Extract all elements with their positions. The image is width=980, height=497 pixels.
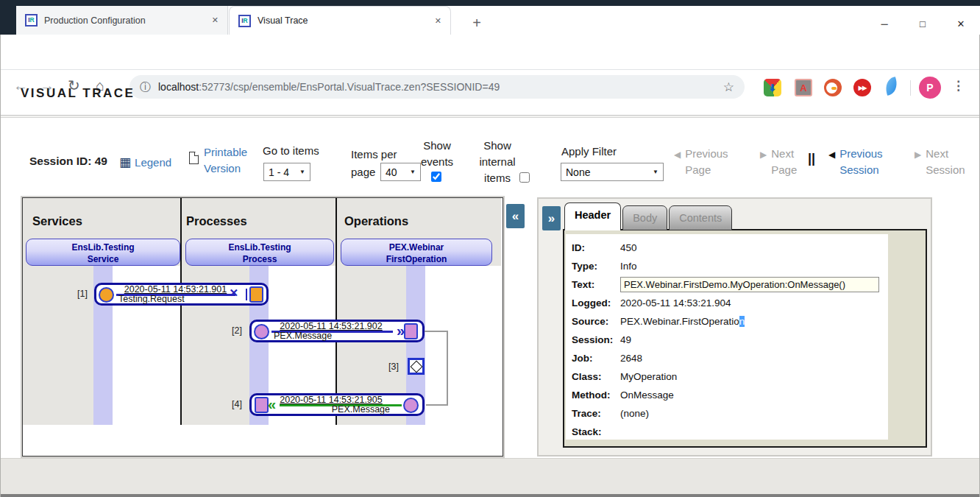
message-time-link[interactable]: 2020-05-11 14:53:21.905 — [272, 395, 390, 405]
window-border-bottom — [0, 494, 980, 497]
previous-session-button[interactable]: ◀ PreviousSession — [828, 146, 883, 178]
column-separator — [180, 198, 182, 425]
new-tab-button[interactable]: + — [466, 13, 487, 33]
event-3-marker[interactable] — [408, 358, 425, 375]
show-internal-checkbox[interactable] — [519, 172, 530, 183]
items-per-page-label: Items per — [351, 148, 397, 161]
show-events-checkbox[interactable] — [431, 172, 441, 182]
message-1[interactable]: ✕ 2020-05-11 14:53:21.901 Testing.Reques… — [94, 283, 269, 306]
field-row-method: Method: OnMessage — [572, 386, 885, 404]
left-triangle-icon: ◀ — [828, 149, 835, 178]
items-per-page-label2: page — [351, 166, 375, 178]
column-title-processes: Processes — [186, 214, 247, 228]
iris-favicon: IR — [25, 14, 38, 27]
legend-grid-icon: ▦ — [119, 155, 131, 169]
show-internal-label: Show internal items — [473, 138, 522, 186]
source-endpoint-icon — [254, 324, 269, 339]
trace-ribbon: Session ID: 49 ▦Legend Printable Version… — [0, 118, 980, 195]
right-triangle-icon: ▶ — [915, 149, 921, 178]
arrowhead-bar-icon — [246, 289, 248, 300]
window-frame-top — [0, 0, 980, 6]
message-name: Testing.Request — [118, 294, 185, 304]
goto-items-select[interactable]: 1 - 4▼ — [263, 163, 310, 181]
field-row-job: Job: 2648 — [572, 349, 885, 367]
field-row-type: Type: Info — [572, 257, 885, 275]
trace-diagram-panel: Services Processes Operations EnsLib.Tes… — [22, 197, 503, 457]
event-3-label: [3] — [388, 362, 399, 372]
tab-title: Production Configuration — [44, 15, 203, 26]
right-triangle-icon: ▶ — [760, 149, 767, 178]
message-4[interactable]: « 2020-05-11 14:53:21.905 PEX.Message — [249, 393, 425, 416]
message-4-label: [4] — [232, 399, 242, 409]
footer-strip — [0, 458, 980, 494]
tab-title: Visual Trace — [258, 15, 426, 26]
close-button[interactable]: ✕ — [942, 12, 980, 35]
lane-header-service: EnsLib.Testing Service — [26, 239, 180, 266]
adobe-acrobat-extension-icon[interactable]: A — [795, 79, 812, 96]
bookmark-star-icon[interactable]: ☆ — [723, 80, 734, 95]
video-speed-extension-icon[interactable]: ▶▶ — [853, 79, 871, 96]
session-id-label: Session ID: 49 — [29, 155, 107, 168]
message-name: PEX.Message — [274, 331, 332, 341]
field-row-text: Text: — [572, 275, 885, 294]
tab-close-icon[interactable]: ✕ — [203, 15, 227, 25]
tab-body[interactable]: Body — [622, 205, 667, 230]
message-2[interactable]: » 2020-05-11 14:53:21.902 PEX.Message — [249, 320, 425, 342]
browser-menu-icon[interactable]: ⋮ — [952, 78, 965, 94]
column-shade — [23, 266, 103, 425]
goto-items-label: Go to items — [263, 144, 319, 157]
url-text: localhost:52773/csp/ensemble/EnsPortal.V… — [158, 81, 500, 93]
target-endpoint-icon — [249, 286, 263, 303]
details-content-box: ID: 450 Type: Info Text: Logged: 2020-05… — [563, 229, 927, 448]
feather-extension-icon[interactable] — [883, 77, 899, 96]
next-page-button[interactable]: ▶ NextPage — [760, 146, 797, 178]
legend-link[interactable]: ▦Legend — [119, 155, 171, 170]
printable-version-link[interactable]: Printable Version — [204, 144, 247, 177]
message-name: PEX.Message — [332, 404, 390, 415]
tab-header[interactable]: Header — [564, 202, 621, 230]
text-field-input[interactable] — [620, 277, 879, 292]
left-triangle-icon: ◀ — [674, 149, 681, 178]
next-session-button[interactable]: ▶ NextSession — [915, 146, 965, 178]
column-title-operations: Operations — [344, 214, 408, 228]
select-arrow-icon: ▼ — [647, 169, 658, 175]
field-row-session: Session: 49 — [572, 331, 885, 349]
previous-page-button[interactable]: ◀ PreviousPage — [674, 146, 728, 178]
column-separator — [335, 198, 337, 425]
message-details-panel: » Header Body Contents ID: 450 Type: Inf… — [537, 197, 932, 457]
toolbar-separator — [910, 80, 911, 96]
collapse-panel-button[interactable]: « — [506, 204, 525, 228]
ribbon-divider: || — [808, 151, 815, 166]
field-row-stack: Stack: — [572, 423, 885, 441]
address-bar[interactable]: ⓘ localhost:52773/csp/ensemble/EnsPortal… — [129, 75, 745, 99]
page-info-icon[interactable]: ⓘ — [140, 80, 151, 94]
apply-filter-select[interactable]: None▼ — [561, 163, 664, 181]
field-row-class: Class: MyOperation — [572, 367, 885, 386]
expand-panel-button[interactable]: » — [542, 206, 561, 230]
apply-filter-label: Apply Filter — [561, 145, 617, 158]
duckduckgo-extension-icon[interactable] — [824, 79, 842, 96]
message-2-label: [2] — [232, 325, 242, 336]
details-tabs: Header Body Contents — [564, 202, 734, 230]
target-endpoint-icon — [404, 323, 418, 339]
message-time-link[interactable]: 2020-05-11 14:53:21.902 — [272, 321, 390, 331]
tab-contents[interactable]: Contents — [669, 205, 732, 230]
details-content-area: ID: 450 Type: Info Text: Logged: 2020-05… — [566, 234, 888, 440]
tab-close-icon[interactable]: ✕ — [426, 16, 450, 26]
text-selection: n — [739, 316, 745, 327]
lane-header-process: EnsLib.Testing Process — [185, 239, 334, 266]
tab-visual-trace[interactable]: IR Visual Trace ✕ — [229, 6, 451, 35]
printable-page-icon — [189, 152, 199, 164]
tab-production-configuration[interactable]: IR Production Configuration ✕ — [16, 6, 228, 35]
message-1-label: [1] — [77, 289, 88, 299]
download-manager-extension-icon[interactable]: ⬇ — [764, 79, 781, 96]
minimize-button[interactable]: ─ — [865, 12, 903, 35]
source-endpoint-icon — [99, 287, 114, 303]
maximize-button[interactable]: □ — [903, 12, 942, 35]
window-controls: ─ □ ✕ — [865, 12, 980, 35]
message-time-link[interactable]: 2020-05-11 14:53:21.901 — [117, 284, 234, 295]
field-row-source: Source: PEX.Webinar.FirstOperation — [572, 312, 885, 331]
field-row-logged: Logged: 2020-05-11 14:53:21.904 — [572, 294, 885, 312]
profile-avatar[interactable]: P — [919, 77, 941, 99]
select-arrow-icon: ▼ — [294, 169, 305, 175]
